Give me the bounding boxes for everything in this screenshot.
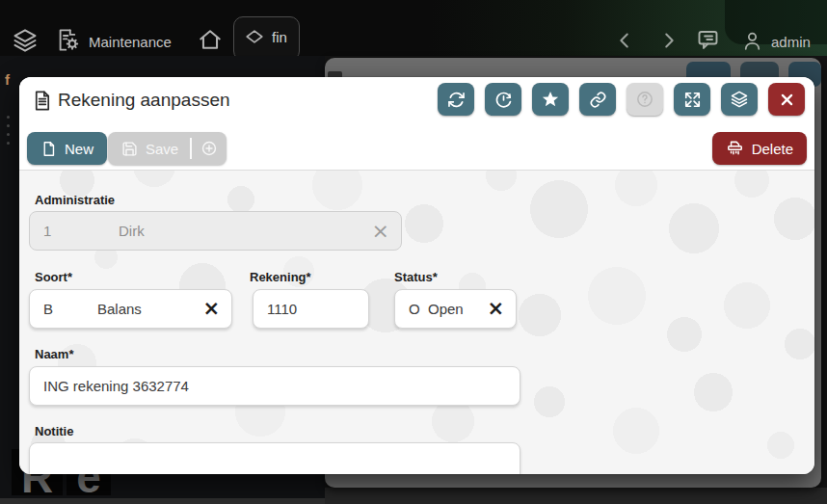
soort-label: Soort* (35, 270, 72, 284)
soort-value: Balans (97, 301, 142, 317)
maintenance-menu-label[interactable]: Maintenance (89, 34, 172, 50)
rekening-label: Rekening* (250, 270, 311, 284)
dialog-header-buttons (438, 83, 805, 116)
shredder-icon (726, 140, 744, 158)
soort-code: B (30, 301, 97, 317)
notitie-field[interactable] (29, 442, 520, 474)
soort-field[interactable]: B Balans × (29, 289, 232, 329)
close-button[interactable] (768, 83, 805, 116)
naam-value: ING rekening 3632774 (30, 378, 189, 394)
sidebar-dot (7, 116, 10, 119)
administratie-code: 1 (30, 223, 119, 239)
status-code: O (395, 301, 428, 317)
messages-icon[interactable] (695, 27, 721, 53)
dialog-body: Administratie 1 Dirk × Soort* B Balans ×… (19, 171, 814, 474)
dialog-header: Rekening aanpassen (19, 77, 814, 171)
diamond-icon (244, 26, 265, 47)
dialog-toolbar: New Save (19, 132, 814, 171)
status-clear-icon[interactable]: × (475, 299, 516, 319)
status-value: Open (428, 301, 464, 317)
plus-circle-icon (200, 140, 218, 157)
refresh-button[interactable] (438, 83, 474, 116)
maintenance-icon[interactable] (55, 27, 81, 53)
home-icon[interactable] (198, 27, 223, 52)
delete-button[interactable]: Delete (712, 132, 807, 165)
administratie-clear-icon[interactable]: × (360, 221, 401, 242)
layers-icon[interactable] (12, 27, 39, 54)
sidebar-dot (7, 133, 10, 136)
sidebar-dot (7, 142, 10, 145)
new-button-label: New (65, 141, 93, 157)
screen: Maintenance fin (0, 0, 827, 504)
status-field[interactable]: O Open × (394, 289, 517, 329)
naam-label: Naam* (35, 347, 73, 361)
top-navbar: Maintenance fin (0, 0, 827, 56)
fullscreen-button[interactable] (674, 83, 710, 116)
administratie-field: 1 Dirk × (29, 211, 402, 251)
document-icon (31, 88, 53, 114)
tab-fin-label: fin (272, 29, 287, 45)
soort-clear-icon[interactable]: × (191, 299, 231, 319)
link-button[interactable] (579, 83, 616, 116)
help-button (627, 83, 663, 116)
save-button-label: Save (146, 141, 178, 157)
user-icon[interactable] (740, 29, 764, 53)
favorite-star-button[interactable] (532, 83, 569, 116)
new-button[interactable]: New (27, 132, 107, 165)
history-button[interactable] (485, 83, 521, 116)
notitie-label: Notitie (35, 424, 73, 438)
nav-forward-icon[interactable] (658, 30, 680, 51)
nav-back-icon[interactable] (614, 30, 635, 51)
administratie-value: Dirk (119, 223, 145, 239)
tab-fin[interactable]: fin (233, 16, 300, 56)
rekening-aanpassen-dialog: Rekening aanpassen (19, 77, 814, 474)
sidebar-dot (7, 124, 10, 127)
naam-field[interactable]: ING rekening 3632774 (29, 366, 520, 406)
user-menu-label[interactable]: admin (771, 34, 811, 50)
save-and-new-button[interactable] (192, 140, 227, 157)
delete-button-label: Delete (752, 141, 793, 157)
rekening-value: 1110 (253, 301, 297, 317)
sidebar-letter: f (5, 71, 10, 88)
status-label: Status* (394, 270, 438, 284)
save-button-group: Save (108, 132, 227, 165)
layers-button[interactable] (721, 83, 758, 116)
dialog-title: Rekening aanpassen (58, 90, 230, 111)
background-footer-strip (325, 488, 827, 504)
administratie-label: Administratie (35, 193, 115, 207)
rekening-field[interactable]: 1110 (253, 289, 369, 329)
background-footer-strip-left (0, 498, 325, 504)
save-button[interactable]: Save (108, 141, 190, 157)
save-icon (121, 141, 138, 157)
